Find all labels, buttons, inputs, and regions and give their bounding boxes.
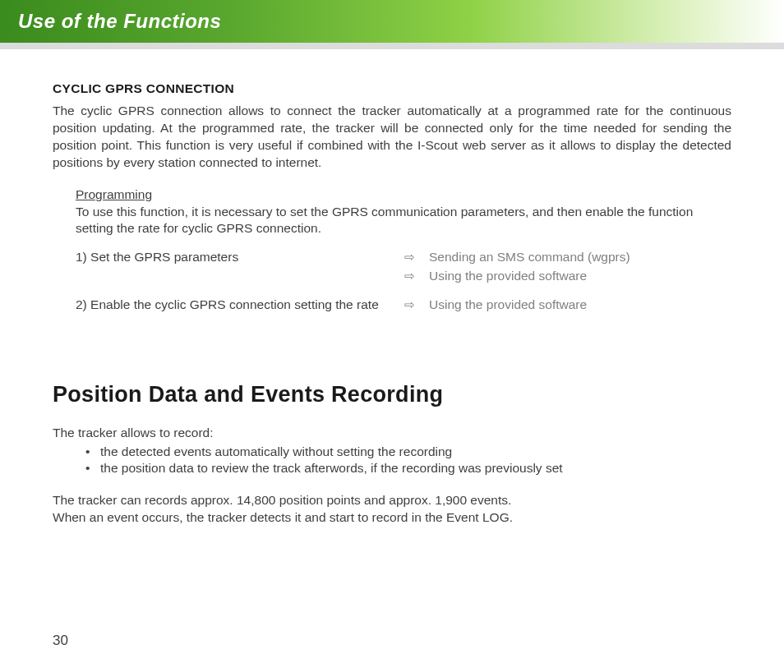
arrow-icon: ⇨ [404, 297, 429, 313]
programming-label: Programming [76, 187, 152, 201]
bullet-text: the position data to review the track af… [100, 460, 563, 477]
step-action: Sending an SMS command (wgprs) [429, 249, 731, 266]
step-action: Using the provided software [429, 297, 731, 314]
programming-text: To use this function, it is necessary to… [76, 205, 693, 236]
list-item: • the position data to review the track … [85, 460, 731, 477]
page-number: 30 [53, 633, 68, 649]
programming-block: Programming To use this function, it is … [53, 186, 731, 238]
header-divider [0, 43, 784, 49]
header-title: Use of the Functions [18, 10, 221, 33]
step-action: Using the provided software [429, 268, 731, 285]
list-item: • the detected events automatically with… [85, 444, 731, 461]
bullet-icon: • [85, 444, 100, 461]
step-row: ⇨ Using the provided software [76, 268, 731, 285]
arrow-icon: ⇨ [404, 268, 429, 284]
arrow-icon: ⇨ [404, 249, 429, 265]
body-paragraph: When an event occurs, the tracker detect… [53, 509, 731, 527]
page-content: CYCLIC GPRS CONNECTION The cyclic GPRS c… [0, 49, 784, 527]
step-row: 1) Set the GPRS parameters ⇨ Sending an … [76, 249, 731, 266]
list-intro: The tracker allows to record: [53, 425, 731, 442]
header-band: Use of the Functions [0, 0, 784, 43]
section-title: Position Data and Events Recording [53, 380, 731, 409]
step-label: 2) Enable the cyclic GPRS connection set… [76, 297, 404, 314]
step-row: 2) Enable the cyclic GPRS connection set… [76, 297, 731, 314]
intro-paragraph: The cyclic GPRS connection allows to con… [53, 103, 731, 172]
steps-block: 1) Set the GPRS parameters ⇨ Sending an … [53, 249, 731, 314]
bullet-list: • the detected events automatically with… [53, 444, 731, 478]
subsection-heading: CYCLIC GPRS CONNECTION [53, 81, 731, 98]
bullet-icon: • [85, 460, 100, 477]
bullet-text: the detected events automatically withou… [100, 444, 452, 461]
body-paragraph: The tracker can records approx. 14,800 p… [53, 492, 731, 509]
step-label: 1) Set the GPRS parameters [76, 249, 404, 266]
